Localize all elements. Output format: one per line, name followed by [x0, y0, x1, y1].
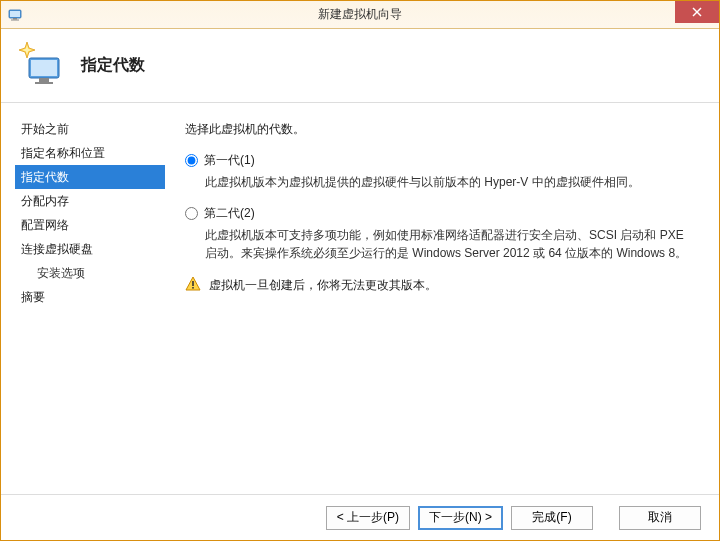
- svg-rect-14: [192, 287, 194, 289]
- svg-rect-2: [13, 18, 17, 20]
- nav-item-name-location[interactable]: 指定名称和位置: [15, 141, 165, 165]
- warning-text: 虚拟机一旦创建后，你将无法更改其版本。: [209, 276, 437, 294]
- nav-item-network[interactable]: 配置网络: [15, 213, 165, 237]
- wizard-header: 指定代数: [1, 29, 719, 103]
- svg-rect-7: [31, 60, 57, 76]
- option-gen1-desc: 此虚拟机版本为虚拟机提供的虚拟硬件与以前版本的 Hyper-V 中的虚拟硬件相同…: [205, 173, 699, 191]
- radio-gen1-label: 第一代(1): [204, 152, 255, 169]
- app-icon: [7, 7, 23, 23]
- cancel-button[interactable]: 取消: [619, 506, 701, 530]
- finish-button[interactable]: 完成(F): [511, 506, 593, 530]
- radio-gen2-label: 第二代(2): [204, 205, 255, 222]
- intro-text: 选择此虚拟机的代数。: [185, 121, 699, 138]
- next-button[interactable]: 下一步(N) >: [418, 506, 503, 530]
- svg-marker-11: [22, 45, 32, 55]
- wizard-footer: < 上一步(P) 下一步(N) > 完成(F) 取消: [1, 494, 719, 540]
- page-heading: 指定代数: [81, 55, 145, 76]
- nav-item-memory[interactable]: 分配内存: [15, 189, 165, 213]
- wizard-main: 选择此虚拟机的代数。 第一代(1) 此虚拟机版本为虚拟机提供的虚拟硬件与以前版本…: [171, 103, 719, 494]
- nav-item-summary[interactable]: 摘要: [15, 285, 165, 309]
- prev-button[interactable]: < 上一步(P): [326, 506, 410, 530]
- svg-rect-3: [11, 19, 19, 20]
- titlebar: 新建虚拟机向导: [1, 1, 719, 29]
- window-title: 新建虚拟机向导: [1, 6, 719, 23]
- warning-row: 虚拟机一旦创建后，你将无法更改其版本。: [185, 276, 699, 294]
- nav-item-vhd[interactable]: 连接虚拟硬盘: [15, 237, 165, 261]
- radio-gen1[interactable]: [185, 154, 198, 167]
- option-gen1[interactable]: 第一代(1): [185, 152, 699, 169]
- wizard-content: 开始之前 指定名称和位置 指定代数 分配内存 配置网络 连接虚拟硬盘 安装选项 …: [1, 103, 719, 494]
- nav-item-generation[interactable]: 指定代数: [15, 165, 165, 189]
- warning-icon: [185, 276, 201, 292]
- svg-rect-9: [35, 82, 53, 84]
- option-gen2-desc: 此虚拟机版本可支持多项功能，例如使用标准网络适配器进行安全启动、SCSI 启动和…: [205, 226, 699, 262]
- radio-gen2[interactable]: [185, 207, 198, 220]
- option-gen2[interactable]: 第二代(2): [185, 205, 699, 222]
- nav-subitem-install-options[interactable]: 安装选项: [15, 261, 165, 285]
- close-button[interactable]: [675, 1, 719, 23]
- svg-rect-1: [10, 11, 20, 17]
- wizard-icon: [19, 42, 67, 90]
- wizard-nav: 开始之前 指定名称和位置 指定代数 分配内存 配置网络 连接虚拟硬盘 安装选项 …: [1, 103, 171, 494]
- svg-rect-13: [192, 281, 194, 286]
- nav-item-before-you-begin[interactable]: 开始之前: [15, 117, 165, 141]
- svg-rect-8: [39, 78, 49, 82]
